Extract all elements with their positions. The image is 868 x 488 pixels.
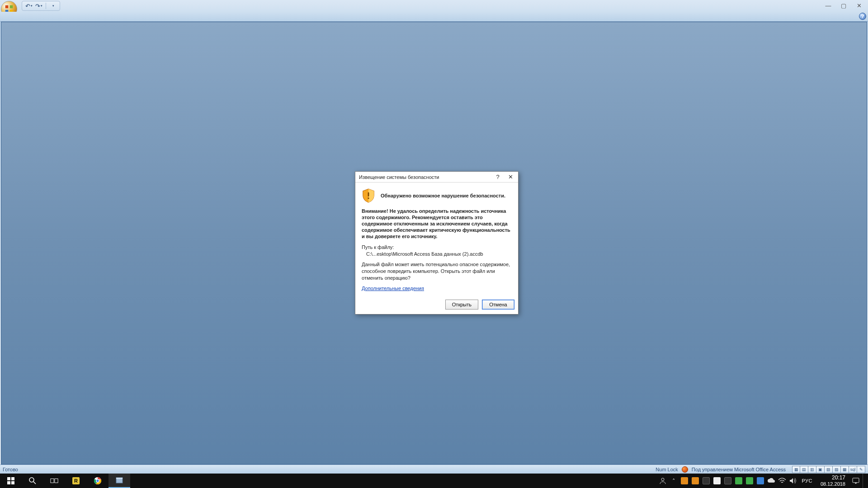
search-button[interactable] [22, 474, 43, 488]
dialog-title-bar: Извещение системы безопасности ? ✕ [355, 172, 518, 183]
svg-rect-12 [51, 479, 54, 483]
security-notice-dialog: Извещение системы безопасности ? ✕ Обнар… [355, 171, 519, 314]
close-button[interactable]: ✕ [853, 2, 865, 9]
tray-icon-2[interactable] [691, 477, 699, 485]
tray-icon-onedrive[interactable] [767, 477, 775, 485]
svg-rect-0 [5, 5, 9, 9]
minimize-button[interactable]: — [822, 2, 835, 9]
notification-icon [852, 477, 860, 484]
taskbar-app-rockstar[interactable]: R [65, 474, 87, 488]
svg-rect-13 [55, 479, 58, 483]
view-btn-4[interactable]: ▣ [816, 466, 825, 473]
dialog-button-row: Открыть Отмена [355, 300, 518, 314]
view-btn-1[interactable]: ▦ [792, 466, 800, 473]
undo-icon: ↶ [25, 3, 30, 9]
tray-icon-discord[interactable] [702, 477, 710, 485]
close-icon: ✕ [857, 2, 862, 9]
app-icon: R [72, 477, 80, 484]
status-powered-by: Под управлением Microsoft Office Access [692, 467, 786, 472]
taskbar-app-chrome[interactable] [87, 474, 108, 488]
svg-line-11 [33, 482, 36, 484]
show-desktop-button[interactable] [863, 474, 865, 488]
shield-warning-icon [362, 188, 375, 203]
action-center-button[interactable] [852, 477, 860, 485]
chevron-down-icon: ▾ [52, 4, 54, 8]
close-icon: ✕ [508, 174, 513, 180]
generic-tray-icon [746, 477, 753, 484]
tray-icon-1[interactable] [680, 477, 689, 485]
qat-customize-button[interactable]: ▾ [49, 2, 57, 9]
svg-rect-6 [7, 477, 10, 480]
clock-time: 20:17 [821, 475, 845, 481]
help-icon: ? [861, 14, 864, 19]
tray-icon-steam[interactable] [724, 477, 732, 485]
path-label: Путь к файлу: [362, 244, 394, 251]
redo-icon: ↷ [35, 3, 40, 9]
view-btn-7[interactable]: ▩ [841, 466, 849, 473]
svg-rect-9 [11, 481, 14, 484]
tray-icon-4[interactable] [735, 477, 743, 485]
undo-button[interactable]: ↶▾ [25, 2, 33, 9]
qat-separator [46, 3, 46, 9]
svg-point-10 [29, 478, 34, 482]
path-value: C:\...esktop\Microsoft Access База данны… [366, 251, 483, 258]
tray-overflow-button[interactable]: ˄ [670, 477, 678, 485]
help-button[interactable]: ? [859, 13, 866, 20]
view-btn-2[interactable]: ▤ [800, 466, 808, 473]
svg-rect-17 [116, 478, 123, 479]
dialog-body-text: Данный файл может иметь потенциально опа… [362, 261, 512, 282]
redo-button[interactable]: ↷▾ [35, 2, 43, 9]
system-tray: ˄ РУС 20:17 08.12.2018 [659, 474, 868, 488]
maximize-button[interactable]: ▢ [837, 2, 850, 9]
view-btn-8[interactable]: sql [849, 466, 857, 473]
input-language-indicator[interactable]: РУС [800, 478, 814, 483]
dialog-help-button[interactable]: ? [494, 173, 502, 181]
tray-icon-6[interactable] [756, 477, 764, 485]
steam-icon [724, 477, 731, 484]
view-btn-5[interactable]: ▨ [825, 466, 833, 473]
chevron-down-icon: ▾ [41, 4, 42, 8]
powered-by-icon [682, 466, 688, 473]
maximize-icon: ▢ [841, 2, 846, 9]
tray-icon-network[interactable] [778, 477, 786, 485]
start-button[interactable] [0, 474, 22, 488]
clock-date: 08.12.2018 [821, 481, 845, 487]
view-btn-9[interactable]: ✎ [857, 466, 865, 473]
generic-tray-icon [757, 477, 764, 484]
dialog-file-path: Путь к файлу: C:\...esktop\Microsoft Acc… [362, 244, 512, 258]
view-btn-6[interactable]: ▧ [833, 466, 841, 473]
tray-icon-5[interactable] [745, 477, 754, 485]
status-ready: Готово [3, 467, 18, 472]
wifi-icon [778, 478, 786, 484]
open-button[interactable]: Открыть [445, 300, 478, 310]
cancel-button[interactable]: Отмена [482, 300, 514, 310]
more-info-link[interactable]: Дополнительные сведения [362, 286, 424, 291]
quick-access-toolbar: ↶▾ ↷▾ ▾ [22, 1, 60, 11]
chevron-down-icon: ▾ [31, 4, 33, 8]
tray-icon-3[interactable] [713, 477, 721, 485]
title-bar: ↶▾ ↷▾ ▾ — ▢ ✕ [0, 0, 868, 12]
help-icon: ? [496, 174, 499, 180]
windows-logo-icon [7, 477, 15, 485]
people-icon[interactable] [659, 477, 667, 485]
svg-point-15 [96, 479, 99, 483]
dialog-close-button[interactable]: ✕ [506, 173, 514, 181]
access-app-icon [115, 476, 123, 484]
tray-icon-volume[interactable] [789, 477, 797, 485]
svg-rect-7 [11, 477, 14, 480]
view-btn-3[interactable]: ▥ [808, 466, 816, 473]
speaker-icon [789, 478, 797, 484]
taskbar-app-access[interactable] [108, 474, 130, 488]
dialog-body: Обнаружено возможное нарушение безопасно… [355, 183, 518, 300]
svg-rect-4 [368, 192, 369, 197]
svg-point-18 [661, 478, 664, 481]
chrome-icon [94, 477, 102, 485]
clock[interactable]: 20:17 08.12.2018 [817, 475, 849, 486]
task-view-icon [50, 477, 58, 485]
svg-rect-8 [7, 481, 10, 484]
task-view-button[interactable] [43, 474, 65, 488]
generic-tray-icon [713, 477, 721, 484]
generic-tray-icon [681, 477, 688, 484]
window-controls: — ▢ ✕ [822, 2, 865, 9]
dialog-warning-text: Внимание! Не удалось определить надежнос… [362, 208, 512, 239]
